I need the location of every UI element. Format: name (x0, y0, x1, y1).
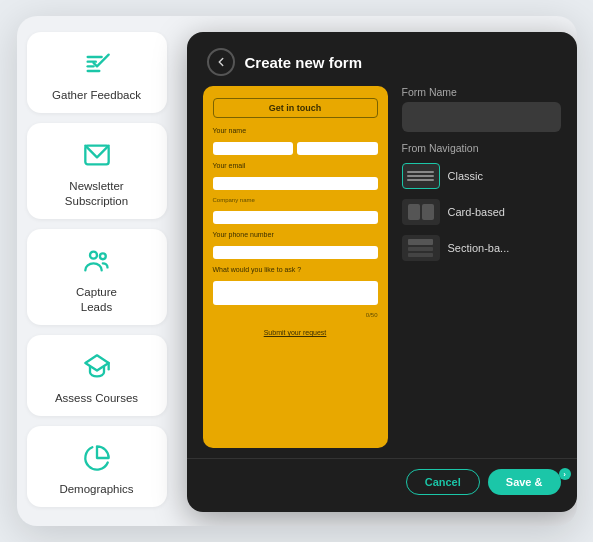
preview-field-label-1: Your name (213, 127, 378, 134)
nav-label: From Navigation (402, 142, 561, 154)
app-container: Gather Feedback NewsletterSubscription (17, 16, 577, 526)
sidebar-item-demographics[interactable]: Demographics (27, 426, 167, 507)
section-based-thumb: › (402, 235, 440, 261)
create-form-modal: Create new form Get in touch Your name Y… (187, 32, 577, 512)
nav-option-classic[interactable]: Classic (402, 158, 561, 194)
sidebar-item-label: NewsletterSubscription (65, 179, 128, 209)
nav-classic-label: Classic (448, 170, 483, 182)
preview-submit: Submit your request (213, 329, 378, 336)
nav-section: From Navigation Classic (402, 142, 561, 266)
preview-textarea (213, 281, 378, 305)
preview-char-count: 0/50 (213, 312, 378, 318)
svg-point-5 (90, 251, 97, 258)
list-check-icon (79, 46, 115, 82)
preview-email-input (213, 177, 378, 190)
users-icon (79, 243, 115, 279)
main-area: Create new form Get in touch Your name Y… (177, 16, 577, 526)
right-panel: Form Name From Navigation Classic (402, 86, 561, 448)
sidebar: Gather Feedback NewsletterSubscription (17, 16, 177, 526)
form-preview: Get in touch Your name Your email Compan… (203, 86, 388, 448)
save-button[interactable]: Save & (488, 469, 561, 495)
cancel-button[interactable]: Cancel (406, 469, 480, 495)
back-button[interactable] (207, 48, 235, 76)
preview-field-label-5: What would you like to ask ? (213, 266, 378, 273)
sidebar-item-gather-feedback[interactable]: Gather Feedback (27, 32, 167, 113)
card-based-thumb (402, 199, 440, 225)
preview-name-input-2 (297, 142, 378, 155)
preview-field-label-2: Your email (213, 162, 378, 169)
classic-thumb (402, 163, 440, 189)
preview-field-label-4: Your phone number (213, 231, 378, 238)
envelope-icon (79, 137, 115, 173)
preview-name-input (213, 142, 294, 155)
modal-header: Create new form (187, 32, 577, 86)
modal-title: Create new form (245, 54, 363, 71)
modal-footer: Cancel Save & (187, 458, 577, 505)
nav-section-label: Section-ba... (448, 242, 510, 254)
nav-option-section-based[interactable]: › Section-ba... (402, 230, 561, 266)
preview-name-row (213, 142, 378, 155)
sidebar-item-assess-courses[interactable]: Assess Courses (27, 335, 167, 416)
form-name-input[interactable] (402, 102, 561, 132)
sidebar-item-capture-leads[interactable]: CaptureLeads (27, 229, 167, 325)
svg-point-6 (99, 253, 105, 259)
sidebar-item-label: CaptureLeads (76, 285, 117, 315)
form-name-section: Form Name (402, 86, 561, 132)
sidebar-item-label: Gather Feedback (52, 88, 141, 103)
form-name-label: Form Name (402, 86, 561, 98)
preview-field-label-3: Company name (213, 197, 378, 203)
sidebar-item-newsletter[interactable]: NewsletterSubscription (27, 123, 167, 219)
preview-form-title: Get in touch (213, 98, 378, 118)
preview-company-input (213, 211, 378, 224)
sidebar-item-label: Assess Courses (55, 391, 138, 406)
nav-card-label: Card-based (448, 206, 505, 218)
graduation-icon (79, 349, 115, 385)
sidebar-item-label: Demographics (59, 482, 133, 497)
chart-pie-icon (79, 440, 115, 476)
modal-body: Get in touch Your name Your email Compan… (187, 86, 577, 458)
nav-option-card-based[interactable]: Card-based (402, 194, 561, 230)
preview-phone-input (213, 246, 378, 259)
